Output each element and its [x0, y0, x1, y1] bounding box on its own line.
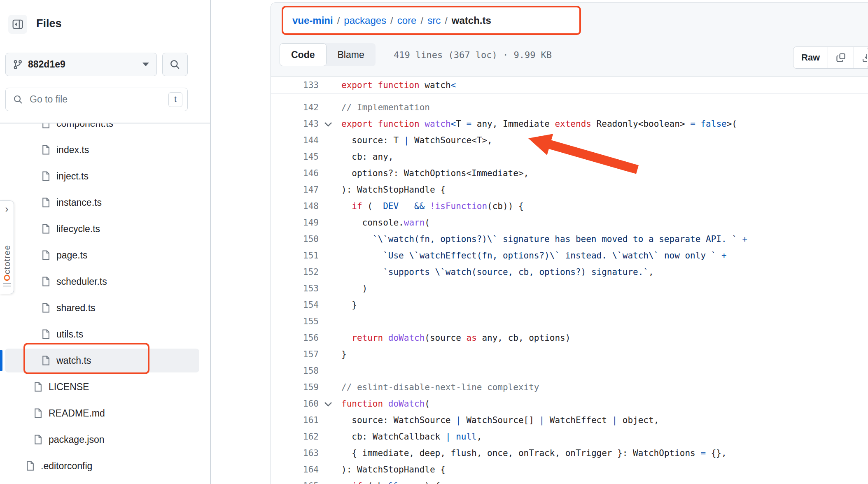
copy-button[interactable]	[828, 47, 854, 68]
tree-item-page.ts[interactable]: page.ts	[0, 243, 210, 267]
code-line-146: 146 options?: WatchOptions<Immediate>,	[271, 165, 868, 182]
breadcrumb-repo[interactable]: vue-mini	[292, 15, 333, 26]
raw-button[interactable]: Raw	[793, 47, 828, 68]
code-text: cb: any,	[341, 149, 393, 165]
code-text: `supports \`watch(source, cb, options?) …	[341, 264, 654, 280]
breadcrumb-segment-packages[interactable]: packages	[344, 15, 386, 26]
code-line-153: 153 )	[271, 280, 868, 297]
gutter	[319, 264, 341, 280]
breadcrumb-separator: /	[441, 15, 452, 26]
tree-item-instance.ts[interactable]: instance.ts	[0, 191, 210, 214]
line-number[interactable]: 142	[271, 102, 319, 112]
tree-item-label: watch.ts	[56, 355, 91, 366]
download-button[interactable]	[854, 47, 868, 68]
tree-item-label: README.md	[49, 408, 105, 419]
tree-item-index.ts[interactable]: index.ts	[0, 138, 210, 162]
line-number[interactable]: 163	[271, 448, 319, 458]
code-text: ): WatchStopHandle {	[341, 461, 446, 478]
line-number[interactable]: 147	[271, 185, 319, 195]
tree-item-label: .editorconfig	[41, 461, 92, 472]
tree-item-.editorconfig[interactable]: .editorconfig	[0, 454, 210, 478]
tab-code[interactable]: Code	[280, 43, 327, 66]
line-number[interactable]: 146	[271, 168, 319, 178]
tree-item-shared.ts[interactable]: shared.ts	[0, 296, 210, 320]
tree-item-background	[5, 138, 199, 162]
tree-item-inject.ts[interactable]: inject.ts	[0, 164, 210, 188]
tree-item-background	[5, 296, 199, 320]
line-number[interactable]: 150	[271, 234, 319, 244]
tab-blame[interactable]: Blame	[327, 43, 376, 66]
line-number[interactable]: 156	[271, 333, 319, 343]
file-icon	[33, 435, 42, 444]
collapse-chevron-icon[interactable]	[324, 121, 333, 127]
shortcut-key-badge: t	[168, 92, 182, 107]
file-stats: 419 lines (367 loc) · 9.99 KB	[394, 43, 552, 66]
tree-item-scheduler.ts[interactable]: scheduler.ts	[0, 270, 210, 293]
code-text: `\`watch(fn, options?)\` signature has b…	[341, 231, 747, 247]
breadcrumb-separator: /	[333, 15, 344, 26]
file-tree: component.tsindex.tsinject.tsinstance.ts…	[0, 123, 210, 484]
code-text: source: WatchSource | WatchSource[] | Wa…	[341, 412, 659, 428]
tree-item-utils.ts[interactable]: utils.ts	[0, 322, 210, 346]
code-line-150: 150 `\`watch(fn, options?)\` signature h…	[271, 231, 868, 247]
tree-search-button[interactable]	[162, 53, 188, 76]
collapse-sidebar-button[interactable]	[8, 15, 27, 34]
code-line-154: 154 }	[271, 297, 868, 313]
code-text: if (__DEV__ && !isFunction(cb)) {	[341, 198, 524, 214]
files-sidebar: Files 882d1e9 Go to file t component.tsi…	[0, 0, 210, 484]
line-number[interactable]: 149	[271, 218, 319, 228]
line-number[interactable]: 160	[271, 399, 319, 409]
partially-scrolled-line: 141	[271, 94, 319, 97]
line-number[interactable]: 159	[271, 382, 319, 392]
line-number[interactable]: 161	[271, 415, 319, 425]
line-number[interactable]: 158	[271, 366, 319, 376]
line-number[interactable]: 164	[271, 465, 319, 475]
chevron-right-icon: ›	[5, 204, 9, 214]
octotree-pin[interactable]: › Octotree	[0, 200, 14, 294]
file-icon	[41, 329, 50, 339]
line-number[interactable]: 155	[271, 316, 319, 326]
gutter	[319, 445, 341, 461]
gutter	[319, 461, 341, 478]
line-number[interactable]: 151	[271, 251, 319, 261]
copy-icon	[836, 53, 846, 63]
line-number[interactable]: 148	[271, 201, 319, 211]
gutter	[319, 297, 341, 313]
tree-item-README.md[interactable]: README.md	[0, 401, 210, 425]
tree-item-watch.ts[interactable]: watch.ts	[0, 349, 210, 372]
line-number[interactable]: 143	[271, 119, 319, 129]
tree-item-package.json[interactable]: package.json	[0, 428, 210, 451]
gutter	[319, 396, 341, 412]
file-icon	[41, 123, 50, 128]
gutter	[319, 149, 341, 165]
sidebar-panel-icon	[12, 19, 23, 29]
code-text: export function watch<	[341, 77, 456, 93]
active-file-indicator	[0, 350, 2, 371]
line-number[interactable]: 154	[271, 300, 319, 310]
tree-item-component.ts[interactable]: component.ts	[0, 123, 210, 135]
line-number[interactable]: 152	[271, 267, 319, 277]
breadcrumb-segment-core[interactable]: core	[397, 15, 417, 26]
line-number[interactable]: 144	[271, 135, 319, 145]
octotree-drag-handle[interactable]	[3, 281, 11, 288]
code-line-158: 158	[271, 363, 868, 379]
breadcrumb-separator: /	[386, 15, 397, 26]
tree-item-LICENSE[interactable]: LICENSE	[0, 375, 210, 399]
go-to-file-input[interactable]: Go to file t	[5, 88, 188, 111]
line-number[interactable]: 133	[271, 80, 319, 90]
file-icon	[41, 171, 50, 181]
code-text: // eslint-disable-next-line complexity	[341, 379, 539, 396]
line-number[interactable]: 165	[271, 481, 319, 484]
line-number[interactable]: 162	[271, 432, 319, 442]
tree-item-lifecycle.ts[interactable]: lifecycle.ts	[0, 217, 210, 241]
line-number[interactable]: 153	[271, 284, 319, 293]
collapse-chevron-icon[interactable]	[324, 401, 333, 407]
line-number[interactable]: 145	[271, 152, 319, 162]
file-icon	[41, 356, 50, 365]
breadcrumb-segment-src[interactable]: src	[427, 15, 441, 26]
sidebar-resize-divider[interactable]	[210, 0, 211, 484]
line-number[interactable]: 157	[271, 349, 319, 359]
file-icon	[41, 303, 50, 313]
code-line-144: 144 source: T | WatchSource<T>,	[271, 132, 868, 149]
branch-selector[interactable]: 882d1e9	[5, 53, 157, 76]
